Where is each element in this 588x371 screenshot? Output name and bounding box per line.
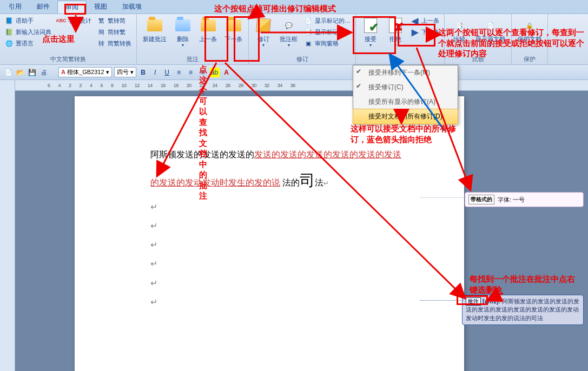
compare-button[interactable]: 📑比较▾ bbox=[448, 15, 471, 49]
accept-change[interactable]: ✔接受修订(C) bbox=[353, 80, 458, 95]
format-balloon[interactable]: 带格式的 字体: 一号 bbox=[465, 192, 584, 207]
doc-line-1[interactable]: 阿斯顿发送的发送的发送的发送的发送的发送的发送的发送的发送 bbox=[150, 145, 442, 164]
qf-new-icon[interactable]: 📄 bbox=[3, 68, 13, 77]
word-count-button[interactable]: ABC字数统计 bbox=[55, 15, 93, 26]
comment-balloon[interactable]: 批注 [chl1]: 阿斯顿发送的发送的发送的发送的发送的发送的发送的发送的发送… bbox=[462, 295, 584, 325]
accept-move-next[interactable]: ✔接受并移到下一条(M) bbox=[353, 65, 458, 80]
para-mark: ↵ bbox=[150, 235, 442, 254]
para-mark: ↵ bbox=[150, 293, 442, 312]
qf-print-icon[interactable]: 🖨 bbox=[39, 68, 49, 77]
quick-format-bar: 📄 📂 💾 🖨 A 楷体_GB2312 ▾ 四号 ▾ B I U ≡ ≡ ≡ a… bbox=[0, 65, 588, 80]
tab-mailings[interactable]: 邮件 bbox=[29, 1, 57, 13]
simp-to-trad-button[interactable]: 簡简转繁 bbox=[95, 27, 133, 37]
qf-open-icon[interactable]: 📂 bbox=[15, 68, 25, 77]
tab-addins[interactable]: 加载项 bbox=[115, 1, 149, 13]
tab-review[interactable]: 审阅 bbox=[57, 1, 87, 14]
track-changes-button[interactable]: 修订▾ bbox=[252, 15, 275, 49]
next-comment-button[interactable]: 下一条 bbox=[222, 15, 245, 45]
bold-icon[interactable]: B bbox=[138, 68, 148, 77]
reviewing-pane-button[interactable]: ▣审阅窗格 bbox=[302, 38, 352, 49]
para-mark: ↵ bbox=[150, 216, 442, 235]
chinese-convert-button[interactable]: 转简繁转换 bbox=[95, 38, 133, 49]
highlight-icon[interactable]: ab bbox=[210, 68, 220, 77]
align-left-icon[interactable]: ≡ bbox=[174, 68, 184, 77]
new-comment-button[interactable]: 新建批注 bbox=[140, 15, 169, 45]
show-markup-button[interactable]: 📑显示标记 bbox=[302, 27, 352, 37]
reject-button[interactable]: ✘拒绝▾ bbox=[384, 15, 407, 49]
group-label-comments: 批注 bbox=[140, 55, 245, 64]
horizontal-ruler: 642 246 81012 141618 202224 262830 32343… bbox=[15, 80, 588, 91]
research-button[interactable]: 📘语助手 bbox=[3, 15, 53, 26]
accept-all-doc[interactable]: 接受对文档的所有修订(D) bbox=[353, 109, 458, 124]
protect-doc-button[interactable]: 🔒保护文档▾ bbox=[515, 15, 544, 49]
align-right-icon[interactable]: ≡ bbox=[198, 68, 208, 77]
font-size-select[interactable]: 四号 ▾ bbox=[114, 67, 136, 77]
accept-button[interactable]: ✔接受▾ bbox=[359, 15, 382, 49]
accept-menu: ✔接受并移到下一条(M) ✔接受修订(C) 接受所有显示的修订(A) 接受对文档… bbox=[353, 65, 458, 124]
next-change-button[interactable]: ▶下一条 bbox=[409, 27, 441, 37]
vertical-ruler bbox=[0, 80, 15, 371]
ribbon: 📘语助手 📗新输入法词典 🌐置语言 ABC字数统计 繁繁转简 簡简转繁 转简繁转… bbox=[0, 14, 588, 65]
group-label-compare: 比较 bbox=[448, 55, 508, 64]
tracked-insert[interactable]: 发送的发送的发送的发送的发送的发送 bbox=[254, 150, 401, 159]
tab-view[interactable]: 视图 bbox=[87, 1, 115, 13]
group-label-protect: 保护 bbox=[515, 55, 544, 64]
delete-comment-button[interactable]: 删除▾ bbox=[171, 15, 194, 49]
font-color-icon[interactable]: A bbox=[222, 68, 232, 77]
doc-line-2[interactable]: 的发送的发动发动时发生的发的说 法的司法↵ bbox=[150, 164, 442, 197]
group-label-changes bbox=[359, 63, 441, 64]
balloon-text: 字体: 一号 bbox=[498, 196, 525, 204]
balloon-tag: 带格式的 bbox=[468, 195, 494, 204]
para-mark: ↵ bbox=[150, 274, 442, 293]
para-mark: ↵ bbox=[150, 197, 442, 216]
group-label-chinese: 中文简繁转换 bbox=[3, 55, 133, 64]
tab-references[interactable]: 引用 bbox=[1, 1, 29, 13]
page[interactable]: 阿斯顿发送的发送的发送的发送的发送的发送的发送的发送的发送 的发送的发动发动时发… bbox=[75, 96, 464, 371]
para-mark: ↵ bbox=[150, 254, 442, 273]
display-for-review[interactable]: 📄显示标记的… bbox=[302, 15, 352, 26]
balloons-button[interactable]: 💬批注框▾ bbox=[277, 15, 300, 49]
set-language-button[interactable]: 🌐置语言 bbox=[3, 38, 53, 49]
italic-icon[interactable]: I bbox=[150, 68, 160, 77]
group-label-tracking: 修订 bbox=[252, 55, 352, 64]
prev-change-button[interactable]: ◀上一条 bbox=[409, 15, 441, 26]
align-center-icon[interactable]: ≡ bbox=[186, 68, 196, 77]
qf-save-icon[interactable]: 💾 bbox=[27, 68, 37, 77]
prev-comment-button[interactable]: 上一条 bbox=[196, 15, 220, 45]
balloon-tag: 批注 bbox=[466, 297, 481, 306]
balloon-connector bbox=[420, 300, 464, 301]
balloon-connector bbox=[420, 197, 464, 198]
accept-all-shown[interactable]: 接受所有显示的修订(A) bbox=[353, 95, 458, 109]
trad-to-simp-button[interactable]: 繁繁转简 bbox=[95, 15, 133, 26]
ime-dict-button[interactable]: 📗新输入法词典 bbox=[3, 27, 53, 37]
font-name-select[interactable]: A 楷体_GB2312 ▾ bbox=[58, 67, 112, 77]
document-area: 642 246 81012 141618 202224 262830 32343… bbox=[15, 80, 588, 371]
underline-icon[interactable]: U bbox=[162, 68, 172, 77]
show-source-button[interactable]: 📄显示源文档▾ bbox=[473, 15, 508, 49]
